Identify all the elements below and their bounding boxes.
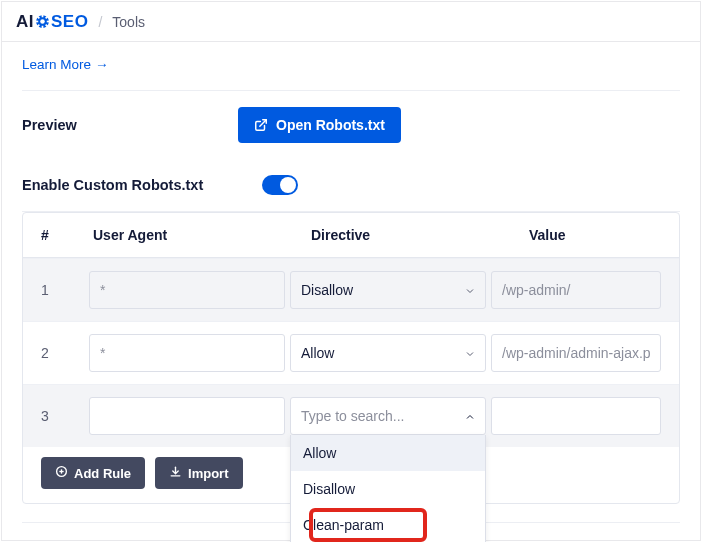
value-input[interactable] (491, 271, 661, 309)
logo-text-ai: AI (16, 12, 34, 32)
table-row: 2 Allow (23, 321, 679, 384)
learn-more-row: Learn More→ (22, 42, 680, 91)
row-idx: 3 (41, 408, 89, 424)
toggle-knob (280, 177, 296, 193)
enable-row: Enable Custom Robots.txt (22, 159, 680, 212)
col-head-idx: # (41, 227, 93, 243)
breadcrumb-page: Tools (112, 14, 145, 30)
rules-table: # User Agent Directive Value 1 Disallow … (22, 212, 680, 504)
import-label: Import (188, 466, 228, 481)
preview-row: Preview Open Robots.txt (22, 91, 680, 159)
svg-point-1 (40, 19, 45, 24)
col-head-directive: Directive (311, 227, 529, 243)
breadcrumb-sep: / (98, 14, 102, 30)
row-idx: 2 (41, 345, 89, 361)
enable-label: Enable Custom Robots.txt (22, 177, 238, 193)
logo: AISEO (16, 12, 88, 32)
directive-option-clean-param[interactable]: Clean-param (291, 507, 485, 542)
open-robots-label: Open Robots.txt (276, 117, 385, 133)
external-link-icon (254, 118, 268, 132)
directive-placeholder: Type to search... (301, 408, 405, 424)
col-head-value: Value (529, 227, 661, 243)
directive-option-disallow[interactable]: Disallow (291, 471, 485, 507)
user-agent-input[interactable] (89, 397, 285, 435)
arrow-right-icon: → (95, 57, 109, 72)
learn-more-link[interactable]: Learn More→ (22, 57, 109, 72)
import-icon (169, 465, 182, 481)
add-rule-button[interactable]: Add Rule (41, 457, 145, 489)
directive-select[interactable]: Allow (290, 334, 486, 372)
table-row: 3 Type to search... Allow Disallow Clean… (23, 384, 679, 447)
user-agent-input[interactable] (89, 334, 285, 372)
user-agent-input[interactable] (89, 271, 285, 309)
plus-circle-icon (55, 465, 68, 481)
gear-icon (34, 13, 51, 30)
directive-value: Disallow (301, 282, 353, 298)
breadcrumb-header: AISEO / Tools (2, 2, 700, 42)
col-head-agent: User Agent (93, 227, 311, 243)
logo-text-o: O (75, 12, 89, 32)
logo-text-seo: SE (51, 12, 75, 32)
chevron-up-icon (464, 410, 476, 422)
enable-toggle[interactable] (262, 175, 298, 195)
directive-select[interactable]: Disallow (290, 271, 486, 309)
learn-more-label: Learn More (22, 57, 91, 72)
table-head: # User Agent Directive Value (23, 213, 679, 258)
table-row: 1 Disallow (23, 258, 679, 321)
open-robots-button[interactable]: Open Robots.txt (238, 107, 401, 143)
value-input[interactable] (491, 334, 661, 372)
add-rule-label: Add Rule (74, 466, 131, 481)
directive-value: Allow (301, 345, 334, 361)
directive-dropdown: Allow Disallow Clean-param Crawl-delay (290, 435, 486, 542)
row-idx: 1 (41, 282, 89, 298)
directive-option-allow[interactable]: Allow (291, 435, 485, 471)
chevron-down-icon (464, 284, 476, 296)
import-button[interactable]: Import (155, 457, 242, 489)
chevron-down-icon (464, 347, 476, 359)
preview-label: Preview (22, 117, 238, 133)
svg-line-10 (260, 120, 266, 126)
directive-select-open[interactable]: Type to search... Allow Disallow Clean-p… (290, 397, 486, 435)
value-input[interactable] (491, 397, 661, 435)
